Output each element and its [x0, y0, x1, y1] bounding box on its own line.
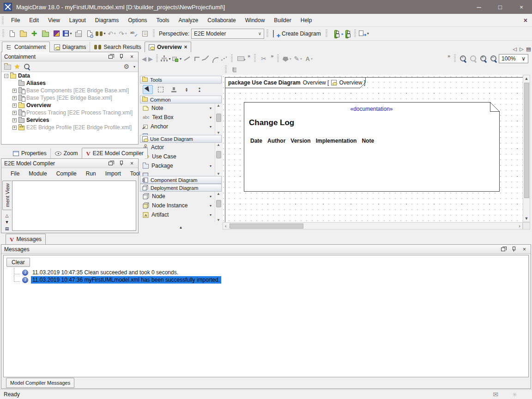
scroll-up-icon[interactable]: ▲: [217, 192, 220, 196]
scroll-down-icon[interactable]: ▼: [217, 131, 220, 135]
back-button[interactable]: ◀: [142, 55, 146, 62]
dropdown-icon[interactable]: ▾: [210, 194, 212, 199]
layout-dropdown-icon[interactable]: ▾: [169, 57, 170, 61]
scroll-up-icon[interactable]: ▲: [217, 103, 220, 108]
side-up-icon[interactable]: △: [3, 212, 11, 218]
toolbar-grip[interactable]: [354, 30, 356, 38]
palette-item-text-box[interactable]: abc Text Box▾: [140, 113, 222, 122]
close-panel-button[interactable]: ×: [521, 246, 528, 253]
open-disabled-icon[interactable]: [4, 65, 11, 70]
zoom-out-button[interactable]: −: [490, 55, 497, 62]
dropdown-icon[interactable]: ▾: [210, 164, 212, 168]
maximize-button[interactable]: □: [490, 0, 511, 14]
export-dropdown-icon[interactable]: ▾: [367, 31, 369, 36]
toolbar-grip[interactable]: [254, 54, 256, 63]
scroll-up-icon[interactable]: ▲: [217, 143, 220, 147]
add-related-elements-button[interactable]: ▾: [172, 53, 182, 64]
tab-containment[interactable]: Containment: [2, 42, 50, 52]
tree-row-process-tracing[interactable]: + Process Tracing [E2E Process Tracing.x…: [1, 109, 138, 116]
tree-row-data[interactable]: − Data: [1, 72, 138, 79]
next-tab-button[interactable]: ▷: [518, 46, 525, 52]
more-tools-icon[interactable]: »: [447, 52, 450, 59]
expand-icon[interactable]: +: [12, 118, 17, 122]
expand-icon[interactable]: +: [12, 103, 17, 108]
pin-button[interactable]: [118, 160, 125, 167]
palette-scroll-up-button[interactable]: ▲: [140, 225, 222, 230]
message-row-selected[interactable]: i 11.03.2019 10:47:36 myFirstUMLmodel.xm…: [4, 276, 528, 284]
close-button[interactable]: ×: [511, 0, 532, 14]
add-module-button[interactable]: ✚: [29, 28, 39, 39]
undo-dropdown-icon[interactable]: ▾: [114, 31, 116, 36]
palette-item-node-instance[interactable]: Node Instance▾: [140, 201, 222, 210]
float-button[interactable]: [107, 54, 114, 60]
compiler-menu-module[interactable]: Module: [24, 169, 51, 179]
dropdown-icon[interactable]: ▾: [210, 125, 212, 129]
font-button[interactable]: A▾: [304, 53, 314, 64]
use-case-scrollbar[interactable]: ▲ ▼: [215, 143, 222, 176]
horizontal-scrollbar[interactable]: ‹ ›: [223, 222, 523, 230]
dropdown-icon[interactable]: ▾: [290, 57, 291, 61]
find-button[interactable]: ▾: [96, 28, 106, 39]
tab-search-results[interactable]: Search Results: [91, 42, 145, 52]
fit-in-window-button[interactable]: ▫: [459, 55, 467, 62]
toolbar-grip[interactable]: [225, 66, 227, 74]
palette-item-partial[interactable]: [140, 219, 222, 222]
dropdown-icon[interactable]: ▾: [300, 57, 302, 61]
compiler-menu-run[interactable]: Run: [81, 169, 101, 179]
scroll-thumb[interactable]: [216, 200, 221, 207]
toolbar-grip[interactable]: [156, 54, 158, 63]
create-diagram-button[interactable]: ✚ Create Diagram: [271, 28, 323, 39]
search-icon[interactable]: [24, 63, 30, 70]
menu-edit[interactable]: Edit: [24, 15, 43, 25]
tab-zoom[interactable]: Zoom: [51, 148, 82, 158]
show-containment-button[interactable]: [230, 64, 240, 75]
toolbar-grip[interactable]: [231, 54, 233, 63]
tab-model-compiler-messages[interactable]: Model Compiler Messages: [6, 378, 74, 388]
dropdown-icon[interactable]: ▾: [210, 106, 212, 110]
tab-e2e-model-compiler[interactable]: VE2E Model Compiler: [82, 148, 147, 158]
tree-row-aliases[interactable]: Aliases: [1, 79, 138, 87]
palette-item-artifact[interactable]: A Artifact▾: [140, 210, 222, 219]
scroll-right-icon[interactable]: ›: [519, 223, 522, 229]
stamp-tool-button[interactable]: [169, 85, 179, 94]
toolbar-grip[interactable]: [326, 30, 327, 38]
compiler-menu-file[interactable]: File: [6, 169, 24, 179]
menubar-close-icon[interactable]: ×: [524, 17, 527, 24]
scroll-thumb[interactable]: [216, 114, 221, 122]
more-tools-icon[interactable]: »: [271, 52, 273, 59]
new-project-button[interactable]: [7, 28, 17, 39]
float-button[interactable]: [500, 246, 507, 253]
favorites-star-icon[interactable]: ★: [14, 63, 20, 70]
side-list-icon[interactable]: ▤: [3, 225, 11, 231]
scroll-down-icon[interactable]: ▼: [525, 216, 529, 222]
menu-tools[interactable]: Tools: [152, 15, 174, 25]
tree-row-base-components[interactable]: + Base Components [E2E Bridge Base.xml]: [1, 87, 138, 94]
open-module-button[interactable]: [40, 28, 50, 39]
prev-tab-button[interactable]: ◁: [511, 46, 518, 52]
menu-window[interactable]: Window: [241, 15, 270, 25]
scroll-left-icon[interactable]: ‹: [223, 223, 227, 229]
line-color-button[interactable]: ✎▾: [293, 53, 303, 64]
tree-row-services[interactable]: + Services: [1, 116, 138, 124]
curved-path-button[interactable]: [211, 55, 218, 62]
menu-help[interactable]: Help: [296, 15, 317, 25]
vertical-spread-tool-button[interactable]: ▲▼: [181, 85, 192, 94]
scroll-thumb[interactable]: [230, 224, 303, 229]
compiler-menu-compile[interactable]: Compile: [52, 169, 81, 179]
palette-item-use-case[interactable]: Use Case: [140, 152, 222, 161]
toolbar-grip[interactable]: [454, 54, 456, 63]
expand-icon[interactable]: +: [12, 96, 17, 100]
fill-color-button[interactable]: ▾: [282, 53, 292, 64]
scroll-thumb[interactable]: [524, 83, 529, 198]
menu-view[interactable]: View: [43, 15, 65, 25]
pin-button[interactable]: [118, 54, 125, 60]
notification-mail-icon[interactable]: ✉: [493, 391, 498, 398]
deployment-scrollbar[interactable]: ▲ ▼: [215, 192, 222, 222]
more-tools-icon[interactable]: »: [248, 52, 250, 59]
dropdown-icon[interactable]: ▾: [210, 204, 212, 208]
forward-button[interactable]: ▶: [148, 55, 153, 62]
gear-dropdown-icon[interactable]: ▾: [133, 65, 135, 69]
close-tab-icon[interactable]: ×: [184, 44, 187, 50]
tab-overview[interactable]: Overview ×: [145, 42, 191, 52]
scroll-down-icon[interactable]: ▼: [217, 218, 220, 222]
